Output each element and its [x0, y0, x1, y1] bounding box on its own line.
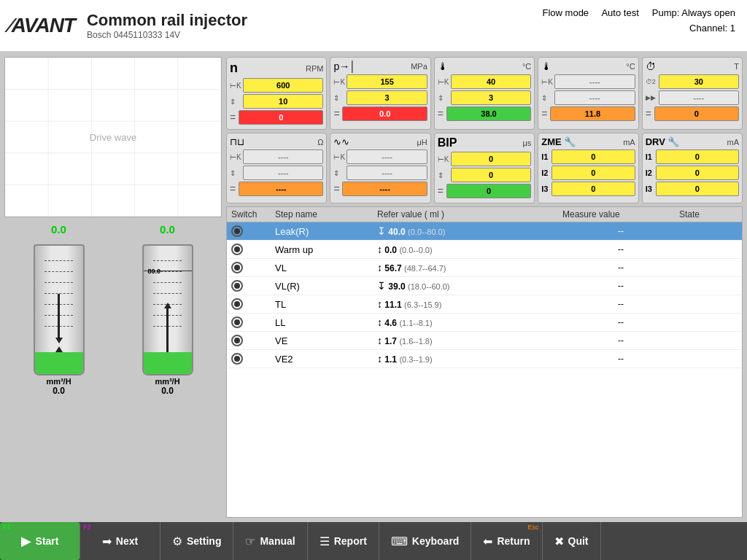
bip-set-val1: 0 — [451, 152, 531, 166]
setting-icon: ⚙ — [172, 534, 182, 548]
resistor-step-val: ---- — [243, 166, 323, 180]
temp1-icon: 🌡 — [438, 61, 448, 72]
row-ref-val: ↧ 40.0 (0.0--80.0) — [377, 225, 562, 237]
footer: F1 ▶ Start F2 ➡ Next ⚙ Setting ☞ Manual … — [0, 522, 747, 560]
cyl2-bottom-val: mm³/H — [155, 377, 179, 386]
row-step-name: Leak(R) — [275, 226, 377, 237]
cyl1-top-value: 0.0 — [51, 223, 66, 236]
quit-button[interactable]: ✖ Quit — [543, 522, 601, 560]
row-ref-val: ↕ 11.1 (6.3--15.9) — [377, 298, 562, 310]
mpa-step-val: 3 — [347, 90, 427, 105]
return-label: Return — [497, 535, 530, 547]
row-radio[interactable] — [231, 244, 275, 255]
table-row[interactable]: VE ↕ 1.7 (1.6--1.8) -- — [227, 332, 742, 350]
bip-cur-val: 0 — [446, 184, 531, 198]
instruments-bottom: ⊓⊔ Ω ⊢K ---- ⇕ ---- = ---- — [226, 133, 743, 203]
drv-l3: 0 — [656, 182, 739, 196]
timer-set-val: 30 — [659, 74, 739, 89]
manual-icon: ☞ — [245, 534, 255, 548]
keyboard-button[interactable]: ⌨ Keyboard — [379, 522, 472, 560]
manual-label: Manual — [260, 535, 295, 547]
zme-l1: 0 — [551, 149, 635, 164]
row-radio[interactable] — [231, 262, 275, 273]
manual-button[interactable]: ☞ Manual — [233, 522, 307, 560]
bip-set-val2: 0 — [451, 168, 531, 182]
row-radio[interactable] — [231, 335, 275, 346]
table-row[interactable]: VL ↕ 56.7 (48.7--64.7) -- — [227, 259, 742, 277]
instr-temp2: 🌡 °C ⊢K ---- ⇕ ---- = 11.8 — [538, 57, 638, 130]
setting-button[interactable]: ⚙ Setting — [160, 522, 233, 560]
timer-cur-val: 0 — [654, 106, 739, 121]
cyl1-bottom-val: mm³/H — [46, 377, 71, 386]
row-ref-val: ↕ 1.1 (0.3--1.9) — [377, 353, 562, 365]
row-ref-val: ↕ 4.6 (1.1--8.1) — [377, 316, 562, 328]
row-radio[interactable] — [231, 353, 275, 365]
instr-inductor: ∿∿ μH ⊢K ---- ⇕ ---- = ---- — [330, 133, 430, 203]
instr-rpm: n RPM ⊢K 600 ⇕ 10 = 0 — [226, 57, 327, 130]
temp2-set-val: ---- — [554, 74, 635, 89]
start-button[interactable]: F1 ▶ Start — [0, 522, 80, 560]
row-ref-val: ↕ 56.7 (48.7--64.7) — [377, 262, 562, 273]
row-radio[interactable] — [231, 280, 275, 292]
row-measure: -- — [562, 262, 679, 273]
left-panel: Drive wave 0.0 — [0, 52, 226, 522]
quit-label: Quit — [568, 535, 589, 547]
report-button[interactable]: ☰ Report — [308, 522, 379, 560]
drive-wave-label: Drive wave — [90, 132, 136, 143]
header-info: Flow mode Auto test Pump: Always open Ch… — [543, 6, 735, 36]
report-label: Report — [334, 535, 367, 547]
start-label: Start — [36, 535, 59, 547]
logo: ∕AVANT — [9, 14, 75, 37]
table-row[interactable]: LL ↕ 4.6 (1.1--8.1) -- — [227, 314, 742, 332]
table-row[interactable]: Leak(R) ↧ 40.0 (0.0--80.0) -- — [227, 222, 742, 241]
table-body: Leak(R) ↧ 40.0 (0.0--80.0) -- Warm up ↕ … — [227, 222, 742, 368]
instr-mpa: p→│ MPa ⊢K 155 ⇕ 3 = 0.0 — [330, 57, 430, 130]
keyboard-label: Keyboard — [412, 535, 460, 547]
instr-timer: ⏱ T ⏱2 30 ▶▶ ---- = 0 — [642, 57, 743, 130]
instr-bip: BIP μs ⊢K 0 ⇕ 0 = 0 — [434, 133, 535, 203]
return-button[interactable]: Esc ⬅ Return — [471, 522, 542, 560]
timer-step-val: ---- — [659, 90, 739, 105]
resistor-set-val: ---- — [243, 149, 323, 164]
table-row[interactable]: Warm up ↕ 0.0 (0.0--0.0) -- — [227, 241, 742, 259]
return-icon: ⬅ — [483, 534, 492, 548]
row-measure: -- — [562, 244, 679, 254]
row-radio[interactable] — [231, 316, 275, 328]
esc-key: Esc — [528, 524, 539, 531]
mpa-set-val: 155 — [347, 74, 427, 89]
flow-mode-label: Flow mode — [543, 7, 589, 18]
row-step-name: VL(R) — [275, 281, 377, 292]
inductor-cur-val: ---- — [342, 182, 427, 196]
row-measure: -- — [562, 354, 679, 364]
table-row[interactable]: VL(R) ↧ 39.0 (18.0--60.0) -- — [227, 277, 742, 295]
row-step-name: VE — [275, 335, 377, 346]
inductor-icon: ∿∿ — [333, 136, 349, 147]
drv-icon: DRV 🔧 — [646, 136, 680, 147]
instr-resistor: ⊓⊔ Ω ⊢K ---- ⇕ ---- = ---- — [226, 133, 327, 203]
temp2-icon: 🌡 — [541, 61, 551, 72]
col-switch: Switch — [231, 209, 275, 219]
cyl2-container: 80.0 mm³/H 0.0 — [139, 237, 197, 397]
zme-icon: ZME 🔧 — [541, 136, 576, 147]
next-button[interactable]: F2 ➡ Next — [80, 522, 160, 560]
col-measure-val: Measure value — [562, 209, 679, 219]
drv-l2: 0 — [656, 166, 739, 180]
rpm-set-val: 600 — [243, 78, 323, 93]
table-row[interactable]: VE2 ↕ 1.1 (0.3--1.9) -- — [227, 350, 742, 368]
row-step-name: Warm up — [275, 244, 377, 255]
setting-label: Setting — [187, 535, 221, 547]
inductor-set-val: ---- — [347, 149, 427, 164]
row-ref-val: ↕ 1.7 (1.6--1.8) — [377, 335, 562, 346]
cyl2-top-value: 0.0 — [160, 223, 175, 236]
report-icon: ☰ — [320, 534, 330, 548]
cyl1-bottom-num: 0.0 — [53, 386, 65, 396]
timer-icon: ⏱ — [646, 61, 656, 72]
row-step-name: LL — [275, 317, 377, 328]
drv-l1: 0 — [656, 149, 739, 164]
instr-drv: DRV 🔧 mA I1 0 I2 0 I3 0 — [642, 133, 743, 203]
f1-key: F1 — [3, 524, 11, 531]
table-row[interactable]: TL ↕ 11.1 (6.3--15.9) -- — [227, 295, 742, 314]
temp1-step-val: 3 — [451, 90, 531, 105]
row-radio[interactable] — [231, 298, 275, 310]
row-radio[interactable] — [231, 225, 275, 237]
